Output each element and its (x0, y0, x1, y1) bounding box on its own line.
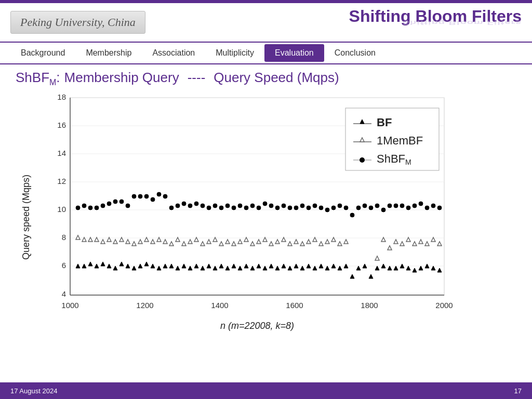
svg-point-36 (138, 194, 142, 198)
svg-point-32 (113, 200, 117, 204)
slide-title-reflection: Shifting Bloom Filters (349, 20, 522, 26)
svg-text:n  (m=22008, k=8): n (m=22008, k=8) (220, 321, 294, 331)
svg-point-34 (126, 204, 130, 208)
svg-point-29 (95, 206, 99, 210)
svg-point-60 (288, 206, 292, 210)
svg-point-70 (350, 213, 354, 217)
svg-text:1600: 1600 (286, 301, 303, 310)
svg-point-33 (119, 200, 124, 204)
svg-point-72 (363, 204, 367, 208)
svg-point-63 (307, 206, 311, 210)
svg-point-64 (313, 204, 317, 208)
main-content: ShBFM: Membership Query ---- Query Speed… (0, 64, 532, 347)
svg-point-47 (207, 206, 211, 210)
svg-point-82 (425, 206, 429, 210)
svg-point-66 (325, 208, 329, 212)
logo-box: Peking University, China (10, 11, 145, 34)
svg-text:1000: 1000 (61, 301, 78, 310)
svg-text:18: 18 (57, 92, 66, 101)
svg-point-49 (219, 206, 223, 210)
svg-point-27 (82, 204, 86, 208)
svg-point-58 (275, 206, 280, 210)
svg-point-26 (76, 206, 80, 210)
svg-point-77 (394, 204, 398, 208)
footer-date: 17 August 2024 (10, 387, 57, 395)
subtitle-part1: Membership Query (64, 70, 179, 86)
svg-point-44 (188, 204, 192, 208)
svg-point-74 (375, 204, 379, 208)
svg-point-207 (360, 157, 365, 163)
svg-point-39 (157, 192, 161, 196)
svg-point-38 (151, 197, 155, 202)
svg-point-37 (144, 194, 149, 198)
svg-text:1400: 1400 (211, 301, 228, 310)
svg-point-31 (107, 202, 111, 206)
y-axis-label: Query speed (Mqps) (16, 92, 36, 342)
svg-text:12: 12 (57, 177, 66, 185)
svg-point-43 (182, 202, 186, 206)
svg-point-55 (257, 206, 261, 210)
svg-point-52 (238, 204, 242, 208)
svg-point-59 (282, 204, 286, 208)
subtitle-part2: Query Speed (Mqps) (214, 70, 339, 86)
shbf-label: ShBFM: (16, 70, 60, 87)
svg-point-73 (369, 206, 373, 210)
nav-item-membership[interactable]: Membership (75, 44, 142, 62)
nav-item-multiplicity[interactable]: Multiplicity (205, 44, 264, 62)
svg-point-30 (101, 204, 105, 208)
svg-point-35 (132, 194, 136, 198)
svg-point-80 (413, 204, 417, 208)
svg-point-46 (201, 204, 205, 208)
footer-page: 17 (514, 387, 522, 395)
svg-point-48 (213, 204, 217, 208)
svg-point-53 (244, 206, 248, 210)
svg-text:10: 10 (57, 205, 66, 214)
svg-point-71 (356, 206, 361, 210)
svg-text:4: 4 (62, 289, 66, 298)
svg-text:14: 14 (57, 149, 66, 157)
header: Peking University, China Shifting Bloom … (0, 3, 532, 42)
svg-text:16: 16 (57, 121, 66, 129)
navbar: BackgroundMembershipAssociationMultiplic… (0, 42, 532, 64)
svg-point-67 (331, 206, 336, 210)
svg-text:8: 8 (62, 233, 66, 242)
chart-inner: 18 16 14 12 10 8 6 4 (39, 92, 516, 342)
chart-svg-wrap: 18 16 14 12 10 8 6 4 (39, 92, 516, 342)
svg-point-79 (406, 206, 410, 210)
chart-container: Query speed (Mqps) 18 16 14 12 (16, 92, 516, 342)
svg-point-28 (88, 206, 92, 210)
svg-point-62 (300, 204, 304, 208)
svg-point-40 (163, 194, 167, 198)
svg-point-51 (232, 206, 236, 210)
svg-point-54 (250, 204, 255, 208)
svg-text:BF: BF (377, 116, 392, 129)
svg-text:1800: 1800 (361, 301, 378, 310)
logo-text: Peking University, China (20, 16, 136, 29)
nav-item-evaluation[interactable]: Evaluation (264, 44, 324, 62)
svg-point-45 (194, 202, 198, 206)
svg-text:1MemBF: 1MemBF (377, 134, 423, 147)
svg-point-41 (169, 206, 174, 210)
svg-point-61 (294, 206, 298, 210)
nav-item-conclusion[interactable]: Conclusion (324, 44, 386, 62)
svg-text:6: 6 (62, 261, 66, 270)
svg-point-56 (263, 202, 267, 206)
svg-text:1200: 1200 (136, 301, 153, 310)
svg-point-50 (225, 204, 230, 208)
svg-point-84 (437, 206, 442, 210)
nav-item-background[interactable]: Background (10, 44, 75, 62)
svg-point-65 (319, 206, 323, 210)
svg-point-42 (176, 204, 180, 208)
svg-point-68 (338, 204, 342, 208)
svg-point-76 (388, 204, 392, 208)
footer: 17 August 2024 17 (0, 382, 532, 399)
svg-point-69 (344, 206, 348, 210)
svg-text:2000: 2000 (435, 301, 453, 310)
svg-point-57 (269, 204, 273, 208)
svg-point-83 (431, 204, 435, 208)
svg-point-81 (419, 202, 423, 206)
subtitle: ShBFM: Membership Query ---- Query Speed… (16, 70, 516, 87)
dash-separator: ---- (188, 70, 206, 86)
svg-point-78 (400, 204, 404, 208)
nav-item-association[interactable]: Association (142, 44, 205, 62)
